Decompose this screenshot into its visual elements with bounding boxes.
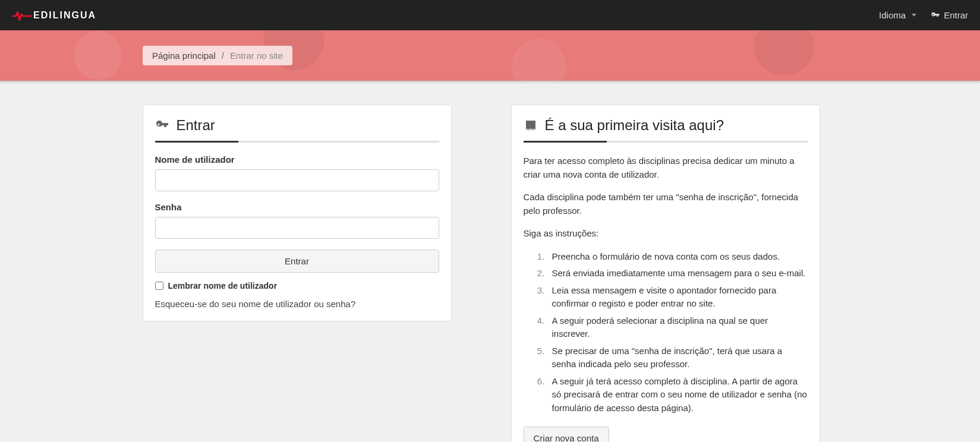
breadcrumb: Página principal / Entrar no site: [143, 46, 292, 65]
site-logo[interactable]: EDILINGUA: [12, 6, 96, 25]
signup-card: É a sua primeira visita aqui? Para ter a…: [511, 105, 820, 442]
main-container: Entrar Nome de utilizador Senha Entrar L…: [143, 81, 838, 442]
signup-step: Preencha o formulário de nova conta com …: [547, 250, 808, 264]
hero-banner: Página principal / Entrar no site: [0, 30, 980, 81]
login-card: Entrar Nome de utilizador Senha Entrar L…: [143, 105, 452, 321]
heading-underline: [524, 141, 808, 143]
book-icon: [524, 118, 538, 132]
login-link-label: Entrar: [944, 10, 968, 20]
signup-heading-text: É a sua primeira visita aqui?: [545, 117, 724, 134]
top-navigation: EDILINGUA Idioma Entrar: [0, 0, 980, 30]
language-label: Idioma: [879, 10, 906, 20]
remember-checkbox[interactable]: [155, 282, 163, 290]
username-input[interactable]: [155, 169, 439, 191]
signup-step: A seguir poderá selecionar a disciplina …: [547, 314, 808, 341]
signup-steps-list: Preencha o formulário de nova conta com …: [547, 250, 808, 415]
signup-intro-2: Cada disciplina pode também ter uma "sen…: [524, 191, 808, 217]
signup-heading: É a sua primeira visita aqui?: [524, 117, 808, 134]
password-label: Senha: [155, 202, 439, 212]
breadcrumb-current: Entrar no site: [230, 50, 283, 61]
username-label: Nome de utilizador: [155, 154, 439, 165]
forgot-link[interactable]: Esqueceu-se do seu nome de utilizador ou…: [155, 299, 356, 309]
signup-intro-3: Siga as instruções:: [524, 227, 808, 241]
login-link[interactable]: Entrar: [931, 10, 968, 20]
signup-step: Leia essa mensagem e visite o apontador …: [547, 284, 808, 311]
password-group: Senha: [155, 202, 439, 239]
login-heading: Entrar: [155, 117, 439, 134]
breadcrumb-separator: /: [222, 50, 224, 61]
signup-step: Se precisar de uma "senha de inscrição",…: [547, 345, 808, 371]
signup-intro-1: Para ter acesso completo às disciplinas …: [524, 154, 808, 181]
login-heading-text: Entrar: [177, 117, 215, 134]
logo-text: EDILINGUA: [33, 10, 96, 21]
topnav-right: Idioma Entrar: [879, 10, 968, 20]
remember-row: Lembrar nome de utilizador: [155, 281, 439, 291]
chevron-down-icon: [912, 14, 916, 17]
breadcrumb-home[interactable]: Página principal: [152, 50, 216, 61]
logo-wave-icon: [12, 7, 32, 26]
signup-step: A seguir já terá acesso completo à disci…: [547, 375, 808, 415]
login-submit-button[interactable]: Entrar: [155, 250, 439, 273]
create-account-button[interactable]: Criar nova conta: [524, 427, 609, 442]
signup-step: Será enviada imediatamente uma mensagem …: [547, 267, 808, 280]
username-group: Nome de utilizador: [155, 154, 439, 191]
language-dropdown[interactable]: Idioma: [879, 10, 916, 20]
password-input[interactable]: [155, 217, 439, 239]
key-icon: [931, 11, 940, 20]
remember-label: Lembrar nome de utilizador: [168, 281, 278, 291]
heading-underline: [155, 141, 439, 143]
key-icon: [155, 118, 169, 132]
